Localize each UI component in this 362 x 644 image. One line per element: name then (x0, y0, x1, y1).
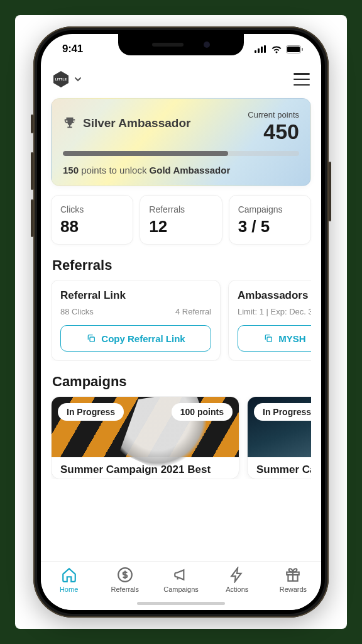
home-icon (61, 567, 77, 583)
svg-rect-8 (90, 337, 94, 341)
nav-label: Actions (226, 586, 248, 593)
phone-side-button (31, 114, 33, 133)
brand-logo: LITTLE (52, 70, 70, 88)
stat-campaigns[interactable]: Campaigns 3 / 5 (229, 195, 311, 245)
stat-label: Clicks (60, 204, 124, 214)
phone-side-button (31, 199, 33, 237)
lightning-icon (229, 567, 245, 583)
tier-card[interactable]: Silver Ambassador Current points 450 150… (51, 98, 311, 186)
phone-bezel: 9:41 LITTLE (33, 26, 329, 618)
trophy-icon (63, 116, 77, 130)
referral-card[interactable]: Referral Link 88 Clicks 4 Referral Copy … (51, 280, 221, 361)
campaign-card[interactable]: In Progress Summer Ca (247, 396, 311, 479)
nav-label: Referrals (111, 586, 139, 593)
cellular-icon (255, 45, 267, 53)
wifi-icon (271, 45, 282, 53)
referrals-row[interactable]: Referral Link 88 Clicks 4 Referral Copy … (51, 280, 311, 361)
status-icons (255, 45, 304, 53)
dollar-icon (117, 567, 133, 583)
svg-rect-5 (287, 47, 300, 52)
svg-rect-6 (302, 48, 303, 51)
phone-side-button (329, 162, 331, 221)
stat-label: Referrals (149, 204, 212, 214)
megaphone-icon (173, 567, 189, 583)
section-title-referrals: Referrals (52, 257, 311, 274)
copy-icon (86, 333, 96, 343)
tier-progress-fill (63, 151, 228, 156)
home-indicator[interactable] (137, 602, 225, 605)
status-time: 9:41 (62, 43, 83, 55)
stat-value: 12 (149, 217, 212, 236)
phone-side-button (31, 152, 33, 190)
main-scroll[interactable]: Silver Ambassador Current points 450 150… (41, 94, 321, 561)
stat-value: 88 (60, 217, 124, 236)
campaign-card[interactable]: In Progress 100 points Summer Campaign 2… (51, 396, 239, 479)
nav-referrals[interactable]: Referrals (97, 567, 153, 593)
svg-rect-3 (264, 45, 266, 53)
nav-label: Rewards (280, 586, 307, 593)
svg-rect-1 (258, 48, 260, 53)
screen: 9:41 LITTLE (41, 34, 321, 610)
referral-card-sub: 88 Clicks 4 Referral (60, 307, 211, 316)
topbar: LITTLE (41, 64, 321, 94)
copy-code-button[interactable]: MYSH (238, 325, 311, 352)
stat-label: Campaigns (238, 204, 302, 214)
nav-actions[interactable]: Actions (209, 567, 265, 593)
campaign-title: Summer Ca (256, 464, 311, 476)
bottom-nav: Home Referrals Campaigns Actions (41, 561, 321, 610)
referral-card[interactable]: Ambassadors Frie Limit: 1 | Exp: Dec. 30… (228, 280, 311, 361)
campaigns-row[interactable]: In Progress 100 points Summer Campaign 2… (51, 396, 311, 479)
gift-icon (285, 567, 301, 583)
notch (118, 34, 244, 55)
stat-value: 3 / 5 (238, 217, 302, 236)
copy-referral-button[interactable]: Copy Referral Link (60, 325, 211, 352)
points-value: 450 (248, 121, 299, 142)
copy-icon (263, 333, 273, 343)
referral-card-title: Ambassadors Frie (238, 289, 311, 302)
battery-icon (286, 45, 304, 53)
campaign-title: Summer Campaign 2021 Best (60, 464, 230, 476)
nav-label: Campaigns (163, 586, 199, 593)
stats-row: Clicks 88 Referrals 12 Campaigns 3 / 5 (51, 195, 311, 245)
campaign-image: In Progress (248, 397, 311, 457)
svg-rect-0 (255, 50, 256, 53)
nav-home[interactable]: Home (41, 567, 97, 593)
campaign-image: In Progress 100 points (52, 397, 239, 457)
points-badge: 100 points (172, 403, 233, 421)
nav-label: Home (60, 586, 78, 593)
referral-card-sub: Limit: 1 | Exp: Dec. 30 (238, 307, 311, 316)
svg-rect-2 (261, 47, 263, 53)
section-title-campaigns: Campaigns (52, 374, 311, 390)
brand-dropdown[interactable]: LITTLE (52, 70, 82, 88)
status-badge: In Progress (254, 403, 311, 421)
chevron-down-icon (74, 75, 82, 84)
nav-campaigns[interactable]: Campaigns (153, 567, 209, 593)
tier-progress (63, 151, 299, 156)
nav-rewards[interactable]: Rewards (265, 567, 321, 593)
svg-rect-9 (267, 337, 272, 341)
document-frame: 9:41 LITTLE (15, 15, 347, 629)
status-badge: In Progress (58, 403, 124, 421)
unlock-text: 150 points to unlock Gold Ambassador (63, 165, 299, 175)
stat-referrals[interactable]: Referrals 12 (140, 195, 222, 245)
referral-card-title: Referral Link (60, 289, 211, 302)
tier-name: Silver Ambassador (63, 116, 190, 130)
menu-button[interactable] (293, 73, 310, 86)
phone-inner: 9:41 LITTLE (37, 30, 325, 614)
stat-clicks[interactable]: Clicks 88 (51, 195, 133, 245)
points-label: Current points (248, 110, 299, 119)
